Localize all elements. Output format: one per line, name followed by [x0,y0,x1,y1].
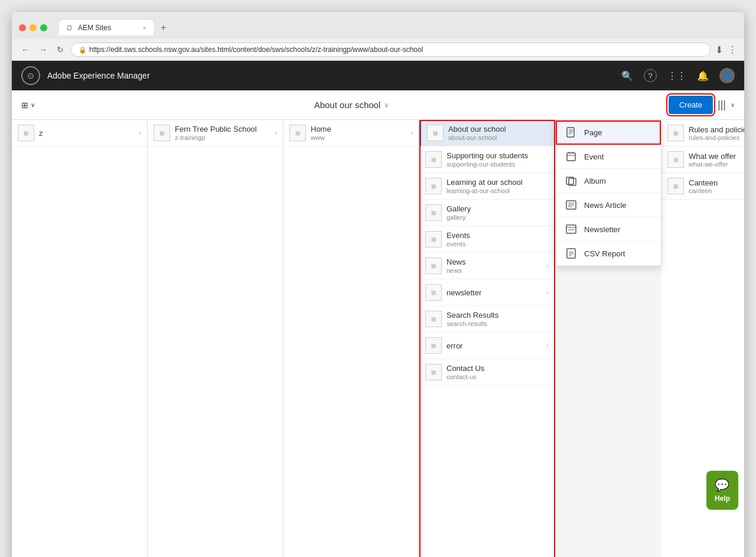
col-item-error[interactable]: ⊞ error › [419,333,555,359]
col-item-events[interactable]: ⊞ Events events [419,226,555,253]
columns-view-button[interactable]: ||| [718,99,726,111]
more-options-icon[interactable]: ⋮ [728,44,737,56]
item-icon-newsletter: ⊞ [425,284,442,301]
close-traffic-light[interactable] [19,24,26,31]
col-item-newsletter[interactable]: ⊞ newsletter › [419,279,555,306]
item-icon-learning: ⊞ [425,178,442,194]
item-subtitle-gallery: gallery [447,214,549,221]
tab-title: AEM Sites [78,24,111,32]
col-item-learning[interactable]: ⊞ Learning at our school learning-at-our… [419,173,555,200]
browser-actions: ⬇ ⋮ [715,44,737,56]
item-subtitle-rules: rules-and-policies [689,134,744,141]
item-text-supporting: Supporting our students supporting-our-s… [447,151,549,168]
news-article-icon [565,199,577,211]
maximize-traffic-light[interactable] [40,24,47,31]
svg-rect-14 [566,225,576,233]
column-about-our-school: ⊞ About our school about-our-school ⊞ Su… [419,120,555,557]
back-button[interactable]: ← [19,44,32,56]
item-subtitle-supporting: supporting-our-students [447,161,549,168]
dropdown-item-csv-report[interactable]: CSV Report [556,242,661,266]
breadcrumb-chevron: ∨ [384,101,389,109]
help-button[interactable]: 💬 Help [706,471,738,510]
item-icon-rules: ⊞ [667,125,684,141]
item-subtitle-about: about-our-school [448,134,549,141]
sites-toolbar: ⊞ ∨ About our school ∨ Create ||| ∨ [12,90,744,120]
item-text-about: About our school about-our-school [448,125,549,141]
csv-icon [565,247,577,259]
forward-button[interactable]: → [37,44,50,56]
item-subtitle-what-we-offer: what-we-offer [689,161,736,168]
new-tab-button[interactable]: + [156,20,171,35]
item-icon-home: ⊞ [289,125,306,141]
item-text-gallery: Gallery gallery [447,204,549,221]
dropdown-label-csv-report: CSV Report [584,249,625,258]
item-title-search-results: Search Results [447,311,549,320]
svg-rect-17 [567,249,575,258]
item-title-home: Home [311,125,406,133]
refresh-button[interactable]: ↻ [54,44,66,56]
dropdown-item-news-article[interactable]: News Article [556,193,661,217]
item-subtitle-search-results: search-results [447,320,549,327]
address-bar: ← → ↻ 🔒 https://edit.sws.schools.nsw.gov… [12,39,744,61]
active-tab[interactable]: 🗋 AEM Sites × [59,20,154,35]
item-subtitle-canteen: canteen [689,187,718,194]
item-icon-school: ⊞ [154,125,170,141]
col-item-home[interactable]: ⊞ Home www › [284,120,419,146]
columns-chevron[interactable]: ∨ [731,102,735,108]
col-item-about-header[interactable]: ⊞ About our school about-our-school [419,120,555,146]
item-subtitle-contact-us: contact-us [447,373,549,380]
url-bar[interactable]: 🔒 https://edit.sws.schools.nsw.gov.au/si… [71,43,711,57]
grid-apps-icon[interactable]: ⋮⋮ [667,70,686,82]
column-z: ⊞ z › [12,120,148,557]
tab-close-button[interactable]: × [143,24,146,31]
dropdown-label-news-article: News Article [584,201,627,210]
breadcrumb[interactable]: About our school ∨ [35,100,669,110]
item-title-what-we-offer: What we offer [689,152,736,161]
item-text-error: error [447,341,542,350]
item-arrow-z: › [139,129,141,137]
item-title-rules: Rules and policies [689,125,744,134]
col-item-contact-us[interactable]: ⊞ Contact Us contact-us [419,359,555,386]
item-title-supporting: Supporting our students [447,151,549,160]
dropdown-item-page[interactable]: Page [556,120,661,145]
col-item-search-results[interactable]: ⊞ Search Results search-results [419,306,555,333]
col-item-z[interactable]: ⊞ z › [12,120,147,146]
svg-rect-4 [567,153,575,161]
item-text-events: Events events [447,231,549,247]
item-title-news: News [447,258,542,266]
sub-item-rules[interactable]: ⊞ Rules and policies rules-and-policies [662,120,744,146]
browser-titlebar: 🗋 AEM Sites × + [12,17,744,39]
panel-toggle[interactable]: ⊞ ∨ [21,100,35,110]
help-circle-icon[interactable]: ? [644,69,657,82]
col-item-supporting[interactable]: ⊞ Supporting our students supporting-our… [419,146,555,173]
search-icon[interactable]: 🔍 [621,70,633,82]
panel-toggle-chevron: ∨ [31,102,35,108]
minimize-traffic-light[interactable] [30,24,37,31]
dropdown-item-event[interactable]: Event [556,145,661,169]
col-item-gallery[interactable]: ⊞ Gallery gallery [419,200,555,226]
user-avatar[interactable]: 👤 [719,68,735,83]
col-item-school[interactable]: ⊞ Fern Tree Public School z-trainingp › [148,120,283,146]
column-home: ⊞ Home www › [284,120,419,557]
dropdown-item-newsletter[interactable]: Newsletter [556,217,661,242]
item-text-news: News news [447,258,542,274]
item-subtitle-learning: learning-at-our-school [447,187,549,194]
download-icon[interactable]: ⬇ [715,44,723,56]
dropdown-label-event: Event [584,152,604,161]
item-icon-about: ⊞ [427,125,444,141]
help-label: Help [715,494,730,503]
sub-item-canteen[interactable]: ⊞ Canteen canteen [662,173,744,200]
notifications-icon[interactable]: 🔔 [697,70,709,82]
tab-icon: 🗋 [66,24,73,32]
sub-item-what-we-offer[interactable]: ⊞ What we offer what-we-offer [662,146,744,173]
url-text: https://edit.sws.schools.nsw.gov.au/site… [89,45,423,54]
create-button[interactable]: Create [669,96,713,114]
col-item-news[interactable]: ⊞ News news › [419,253,555,279]
item-icon-what-we-offer: ⊞ [667,151,684,168]
aem-topbar: ⊙ Adobe Experience Manager 🔍 ? ⋮⋮ 🔔 👤 [12,61,744,90]
dropdown-item-album[interactable]: Album [556,169,661,193]
item-title-z: z [39,129,134,138]
item-title-newsletter: newsletter [447,288,542,297]
item-text-contact-us: Contact Us contact-us [447,364,549,380]
aem-title: Adobe Experience Manager [47,71,150,80]
